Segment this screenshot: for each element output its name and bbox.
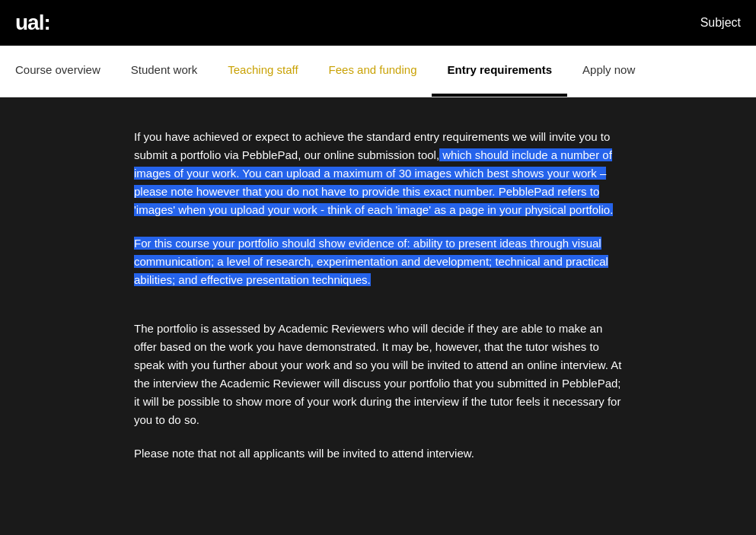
subject-label: Subject — [700, 16, 741, 30]
paragraph-2-highlighted: For this course your portfolio should sh… — [134, 237, 608, 286]
nav-item-teaching-staff[interactable]: Teaching staff — [212, 46, 313, 97]
paragraph-3: The portfolio is assessed by Academic Re… — [134, 320, 622, 429]
nav-item-course-overview[interactable]: Course overview — [0, 46, 116, 97]
header: ual: Subject — [0, 0, 756, 46]
paragraph-1: If you have achieved or expect to achiev… — [134, 128, 622, 219]
nav-item-apply-now[interactable]: Apply now — [567, 46, 650, 97]
navigation: Course overview Student work Teaching st… — [0, 46, 756, 97]
paragraph-4: Please note that not all applicants will… — [134, 444, 622, 463]
logo: ual: — [15, 11, 50, 35]
nav-item-student-work[interactable]: Student work — [116, 46, 213, 97]
main-content: If you have achieved or expect to achiev… — [0, 97, 756, 535]
nav-item-fees-funding[interactable]: Fees and funding — [314, 46, 432, 97]
nav-item-entry-requirements[interactable]: Entry requirements — [432, 46, 567, 97]
paragraph-2: For this course your portfolio should sh… — [134, 234, 622, 289]
